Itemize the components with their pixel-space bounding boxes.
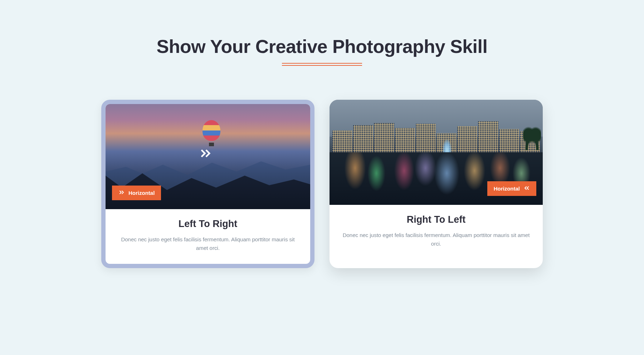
- card-left-to-right[interactable]: Horizontal Left To Right Donec nec justo…: [101, 100, 314, 268]
- card-description: Donec nec justo eget felis facilisis fer…: [117, 235, 299, 252]
- chevrons-right-icon: [118, 189, 125, 197]
- horizontal-badge-right[interactable]: Horizontal: [487, 181, 536, 196]
- card-image-city: Horizontal: [330, 100, 543, 205]
- header-section: Show Your Creative Photography Skill: [79, 36, 565, 66]
- badge-label: Horizontal: [128, 190, 155, 196]
- card-content: Left To Right Donec nec justo eget felis…: [106, 209, 310, 264]
- page-title: Show Your Creative Photography Skill: [79, 36, 565, 57]
- title-underline: [282, 65, 362, 66]
- card-content: Right To Left Donec nec justo eget felis…: [330, 205, 543, 260]
- main-container: Show Your Creative Photography Skill: [79, 0, 565, 268]
- balloon-icon: [203, 120, 220, 146]
- card-description: Donec nec justo eget felis facilisis fer…: [341, 231, 531, 248]
- water-reflection: [330, 152, 543, 205]
- chevrons-left-icon: [523, 185, 530, 192]
- card-title: Right To Left: [341, 214, 531, 225]
- cards-row: Horizontal Left To Right Donec nec justo…: [79, 100, 565, 268]
- card-right-to-left[interactable]: Horizontal Right To Left Donec nec justo…: [330, 100, 543, 268]
- double-chevron-right-icon: [199, 147, 213, 160]
- card-title: Left To Right: [117, 218, 299, 230]
- badge-label: Horizontal: [494, 186, 520, 192]
- horizontal-badge-left[interactable]: Horizontal: [112, 186, 161, 200]
- card-image-sunset: Horizontal: [106, 104, 310, 209]
